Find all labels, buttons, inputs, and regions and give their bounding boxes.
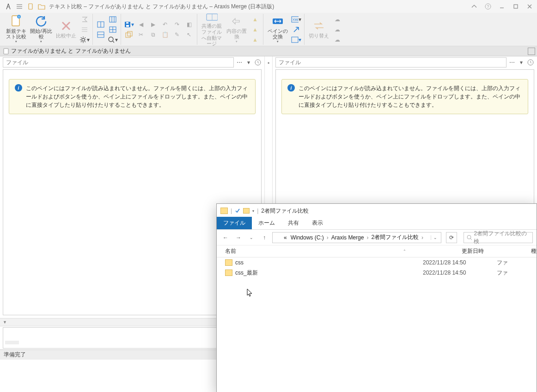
explorer-tab-home[interactable]: ホーム (252, 217, 281, 229)
left-file-input[interactable] (3, 57, 234, 67)
paste-icon[interactable]: 📋 (160, 30, 170, 39)
layout3-icon[interactable] (108, 15, 118, 24)
explorer-nav: ← → ⌄ ↑ « Windows (C:)› Araxis Merge› 2者… (217, 230, 537, 245)
diag-arrow-icon[interactable] (291, 25, 301, 34)
explorer-tab-file[interactable]: ファイル (217, 217, 252, 229)
col-date[interactable]: 更新日時 (462, 247, 531, 255)
redo-icon[interactable]: ↷ (172, 20, 182, 29)
copy-icon[interactable]: ⧉ (148, 30, 158, 39)
row-date: 2022/11/28 14:50 (423, 259, 497, 266)
svg-point-18 (82, 38, 85, 41)
gutter-collapse-icon[interactable]: ▼ (3, 320, 7, 325)
svg-line-26 (85, 37, 86, 38)
svg-rect-31 (110, 17, 116, 22)
explorer-folder-icon (220, 208, 228, 214)
svg-line-38 (113, 41, 114, 43)
expand-icon[interactable]: ▾ (291, 35, 301, 44)
explorer-tab-share[interactable]: 共有 (281, 217, 305, 229)
xml-icon[interactable]: XML▾ (291, 15, 301, 24)
replace-button[interactable]: 内容の置換▾ (225, 14, 248, 45)
close-icon[interactable] (525, 2, 534, 11)
right-history-icon[interactable] (527, 59, 534, 66)
left-info-text: このペインにはファイルが読み込まれていません。ファイルを開くには、上部の入力フィ… (26, 84, 250, 109)
layout4-icon[interactable] (108, 25, 118, 34)
left-history-icon[interactable] (254, 59, 262, 66)
scrollbar-thumb[interactable] (5, 341, 19, 344)
crumb-pre[interactable]: « (283, 234, 288, 241)
nav-forward-icon[interactable]: → (233, 233, 244, 243)
folder-icon[interactable] (37, 2, 46, 11)
automerge-button[interactable]: 共通の親ファイルへ自動マージ (200, 14, 223, 45)
explorer-row[interactable]: css 2022/11/28 14:50 ファ (217, 257, 537, 268)
nav-back-icon[interactable]: ← (220, 233, 231, 243)
titlebar: テキスト比較 – ファイルがありません と ファイルがありません – Araxi… (0, 0, 537, 13)
col-type[interactable]: 種 (531, 247, 537, 255)
bookmark-icon[interactable]: ◧ (184, 20, 194, 29)
row-name: css (235, 259, 423, 266)
layout2-icon[interactable] (96, 30, 106, 39)
svg-rect-49 (292, 37, 298, 43)
explorer-tab-view[interactable]: 表示 (305, 217, 330, 229)
svg-rect-40 (126, 25, 129, 27)
address-dropdown-icon[interactable]: ⌄ (431, 235, 439, 240)
sigma-icon[interactable] (79, 15, 90, 24)
switch-label: 切り替え (309, 33, 329, 39)
nav-right-icon[interactable]: ▶ (148, 20, 158, 29)
sort-indicator-icon[interactable]: ⌃ (403, 249, 406, 253)
refresh-icon[interactable]: ⟳ (446, 232, 457, 243)
crumb-3[interactable]: 2者間ファイル比較 (370, 233, 420, 241)
explorer-titlebar[interactable]: | ▾ | 2者間ファイル比較 (217, 204, 537, 218)
right-file-input[interactable] (275, 57, 506, 67)
right-more-icon[interactable]: ⋯ (508, 59, 516, 66)
minimize-icon[interactable] (497, 2, 506, 11)
svg-line-25 (81, 41, 82, 42)
cloud3-icon[interactable]: ☁ (332, 35, 342, 44)
left-more-icon[interactable]: ⋯ (236, 59, 243, 66)
list-icon[interactable] (79, 25, 90, 34)
switch-button[interactable]: 切り替え (307, 14, 330, 45)
nav-left-icon[interactable]: ◀ (136, 20, 146, 29)
right-dropdown-icon[interactable]: ▾ (518, 59, 525, 66)
cloud1-icon[interactable]: ☁ (332, 15, 342, 24)
gear-icon[interactable]: ▾ (79, 35, 90, 44)
brush-icon[interactable]: ✎ (172, 30, 182, 39)
left-dropdown-icon[interactable]: ▾ (245, 59, 252, 66)
explorer-row[interactable]: css_最新 2022/11/28 14:50 ファ (217, 268, 537, 278)
zoom-icon[interactable]: ▾ (108, 35, 118, 44)
collapse-ribbon-icon[interactable] (470, 2, 479, 11)
nav-recent-icon[interactable]: ⌄ (246, 233, 256, 243)
new-text-button[interactable]: + 新規テキスト比較▾ (5, 14, 28, 45)
cloud2-icon[interactable]: ☁ (332, 25, 342, 34)
undo-icon[interactable]: ↶ (160, 20, 170, 29)
row-type: ファ (497, 259, 537, 267)
col-name[interactable]: 名前 (217, 247, 403, 255)
svg-rect-41 (126, 22, 128, 24)
explorer-search[interactable]: 2者間ファイル比較の検 (464, 232, 533, 243)
save-icon[interactable]: ▾ (124, 20, 134, 29)
crumb-2[interactable]: Araxis Merge (330, 234, 365, 241)
tab-view-toggle[interactable] (528, 48, 535, 55)
warn2-icon[interactable]: ▲ (250, 25, 260, 34)
nav-up-icon[interactable]: ↑ (259, 233, 269, 243)
address-bar[interactable]: « Windows (C:)› Araxis Merge› 2者間ファイル比較›… (272, 232, 441, 243)
pointer-icon[interactable]: ↖ (184, 30, 194, 39)
help-icon[interactable]: ? (483, 2, 493, 11)
document-tab-label[interactable]: ファイルがありません と ファイルがありません (11, 47, 131, 55)
swap-panes-button[interactable]: ペインの交換▾ (266, 14, 289, 45)
maximize-icon[interactable] (511, 2, 520, 11)
right-info-text: このペインにはファイルが読み込まれていません。ファイルを開くには、上部の入力フィ… (299, 84, 522, 109)
start-button[interactable]: 開始/再比較▾ (30, 14, 53, 45)
layout1-icon[interactable] (96, 20, 106, 29)
explorer-columns: 名前 ⌃ 更新日時 種 (217, 245, 537, 257)
explorer-rows: css 2022/11/28 14:50 ファ css_最新 2022/11/2… (217, 257, 537, 392)
new-doc-icon[interactable] (26, 2, 35, 11)
crumb-1[interactable]: Windows (C:) (290, 234, 325, 241)
warn1-icon[interactable]: ▲ (250, 15, 260, 24)
status-text: 準備完了 (4, 351, 26, 359)
hamburger-icon[interactable] (15, 2, 24, 11)
right-info-box: i このペインにはファイルが読み込まれていません。ファイルを開くには、上部の入力… (281, 79, 528, 114)
warn3-icon[interactable]: ▲ (250, 35, 260, 44)
cut-icon[interactable]: ✂ (136, 30, 146, 39)
stop-button[interactable]: 比較中止 (55, 14, 78, 45)
saveall-icon[interactable] (124, 30, 134, 39)
